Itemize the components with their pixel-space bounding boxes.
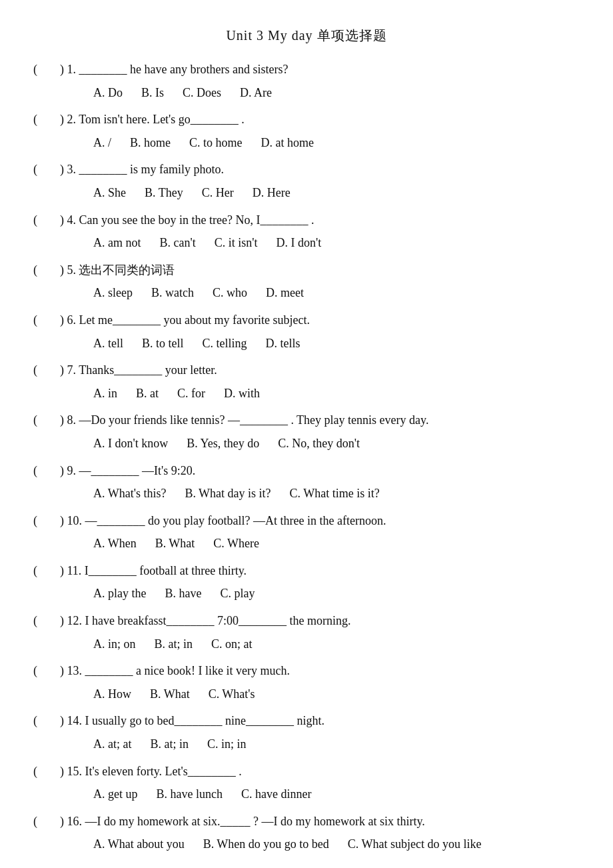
options-row-16: A. What about youB. When do you go to be… bbox=[33, 834, 580, 855]
option-3-C: C. Her bbox=[202, 183, 234, 203]
question-block-15: () 15. It's eleven forty. Let's________ … bbox=[33, 761, 580, 805]
option-6-A: A. tell bbox=[93, 333, 123, 354]
question-row-4: () 4. Can you see the boy in the tree? N… bbox=[33, 210, 580, 231]
options-row-1: A. DoB. IsC. DoesD. Are bbox=[33, 83, 580, 103]
options-row-4: A. am notB. can'tC. it isn'tD. I don't bbox=[33, 233, 580, 253]
option-5-A: A. sleep bbox=[93, 283, 133, 303]
question-text-9: ) 9. —________ —It's 9:20. bbox=[60, 461, 580, 481]
question-block-10: () 10. —________ do you play football? —… bbox=[33, 511, 580, 554]
paren-left-7: ( bbox=[33, 363, 60, 377]
question-block-2: () 2. Tom isn't here. Let's go________ .… bbox=[33, 109, 580, 153]
question-row-2: () 2. Tom isn't here. Let's go________ . bbox=[33, 109, 580, 130]
question-block-8: () 8. —Do your friends like tennis? —___… bbox=[33, 410, 580, 453]
paren-left-8: ( bbox=[33, 413, 60, 427]
question-text-5: ) 5. 选出不同类的词语 bbox=[60, 260, 580, 281]
question-row-8: () 8. —Do your friends like tennis? —___… bbox=[33, 410, 580, 431]
option-11-B: B. have bbox=[165, 583, 201, 604]
options-row-2: A. /B. homeC. to homeD. at home bbox=[33, 133, 580, 153]
option-16-A: A. What about you bbox=[93, 834, 185, 855]
question-block-9: () 9. —________ —It's 9:20.A. What's thi… bbox=[33, 461, 580, 504]
option-9-A: A. What's this? bbox=[93, 483, 166, 504]
option-3-B: B. They bbox=[145, 183, 183, 203]
options-row-13: A. HowB. WhatC. What's bbox=[33, 684, 580, 705]
option-13-C: C. What's bbox=[209, 684, 255, 705]
question-block-3: () 3. ________ is my family photo.A. She… bbox=[33, 159, 580, 203]
option-9-B: B. What day is it? bbox=[185, 483, 271, 504]
question-block-11: () 11. I________ football at three thirt… bbox=[33, 561, 580, 604]
option-15-C: C. have dinner bbox=[241, 784, 311, 805]
question-row-9: () 9. —________ —It's 9:20. bbox=[33, 461, 580, 481]
option-4-C: C. it isn't bbox=[215, 233, 258, 253]
option-15-B: B. have lunch bbox=[157, 784, 223, 805]
option-12-A: A. in; on bbox=[93, 634, 136, 655]
options-row-11: A. play theB. haveC. play bbox=[33, 583, 580, 604]
paren-left-6: ( bbox=[33, 313, 60, 327]
question-text-4: ) 4. Can you see the boy in the tree? No… bbox=[60, 210, 580, 231]
question-block-1: () 1. ________ he have any brothers and … bbox=[33, 59, 580, 103]
paren-left-1: ( bbox=[33, 63, 60, 77]
option-15-A: A. get up bbox=[93, 784, 138, 805]
option-12-C: C. on; at bbox=[211, 634, 253, 655]
question-row-5: () 5. 选出不同类的词语 bbox=[33, 260, 580, 281]
question-text-2: ) 2. Tom isn't here. Let's go________ . bbox=[60, 109, 580, 130]
option-7-B: B. at bbox=[136, 383, 159, 404]
option-10-A: A. When bbox=[93, 533, 137, 554]
question-row-16: () 16. —I do my homework at six._____ ? … bbox=[33, 811, 580, 832]
question-row-10: () 10. —________ do you play football? —… bbox=[33, 511, 580, 531]
question-text-7: ) 7. Thanks________ your letter. bbox=[60, 360, 580, 381]
option-7-A: A. in bbox=[93, 383, 117, 404]
question-text-10: ) 10. —________ do you play football? —A… bbox=[60, 511, 580, 531]
question-text-6: ) 6. Let me________ you about my favorit… bbox=[60, 310, 580, 331]
question-text-3: ) 3. ________ is my family photo. bbox=[60, 159, 580, 180]
paren-left-5: ( bbox=[33, 263, 60, 277]
paren-left-11: ( bbox=[33, 564, 60, 578]
option-2-B: B. home bbox=[130, 133, 171, 153]
options-row-6: A. tellB. to tellC. tellingD. tells bbox=[33, 333, 580, 354]
question-block-5: () 5. 选出不同类的词语A. sleepB. watchC. whoD. m… bbox=[33, 260, 580, 303]
option-16-B: B. When do you go to bed bbox=[203, 834, 329, 855]
option-5-D: D. meet bbox=[266, 283, 304, 303]
option-11-C: C. play bbox=[220, 583, 255, 604]
option-1-B: B. Is bbox=[141, 83, 164, 103]
paren-left-13: ( bbox=[33, 664, 60, 678]
paren-left-15: ( bbox=[33, 765, 60, 779]
option-8-A: A. I don't know bbox=[93, 433, 168, 454]
paren-left-4: ( bbox=[33, 213, 60, 227]
options-row-7: A. inB. atC. forD. with bbox=[33, 383, 580, 404]
question-row-12: () 12. I have breakfasst________ 7:00___… bbox=[33, 611, 580, 631]
question-block-13: () 13. ________ a nice book! I like it v… bbox=[33, 661, 580, 704]
question-row-3: () 3. ________ is my family photo. bbox=[33, 159, 580, 180]
option-6-D: D. tells bbox=[266, 333, 301, 354]
option-2-C: C. to home bbox=[189, 133, 243, 153]
option-14-A: A. at; at bbox=[93, 734, 131, 755]
paren-left-2: ( bbox=[33, 113, 60, 127]
option-6-B: B. to tell bbox=[142, 333, 184, 354]
option-2-A: A. / bbox=[93, 133, 111, 153]
question-text-15: ) 15. It's eleven forty. Let's________ . bbox=[60, 761, 580, 782]
option-8-B: B. Yes, they do bbox=[187, 433, 259, 454]
question-text-8: ) 8. —Do your friends like tennis? —____… bbox=[60, 410, 580, 431]
question-block-6: () 6. Let me________ you about my favori… bbox=[33, 310, 580, 353]
option-1-C: C. Does bbox=[183, 83, 221, 103]
option-10-C: C. Where bbox=[213, 533, 259, 554]
question-row-7: () 7. Thanks________ your letter. bbox=[33, 360, 580, 381]
option-4-A: A. am not bbox=[93, 233, 141, 253]
option-16-C: C. What subject do you like bbox=[348, 834, 482, 855]
option-14-B: B. at; in bbox=[150, 734, 189, 755]
question-text-12: ) 12. I have breakfasst________ 7:00____… bbox=[60, 611, 580, 631]
option-14-C: C. in; in bbox=[207, 734, 247, 755]
option-1-D: D. Are bbox=[240, 83, 272, 103]
option-5-B: B. watch bbox=[151, 283, 194, 303]
options-row-15: A. get upB. have lunchC. have dinner bbox=[33, 784, 580, 805]
option-7-C: C. for bbox=[177, 383, 205, 404]
options-row-5: A. sleepB. watchC. whoD. meet bbox=[33, 283, 580, 303]
options-row-9: A. What's this?B. What day is it?C. What… bbox=[33, 483, 580, 504]
question-block-14: () 14. I usually go to bed________ nine_… bbox=[33, 711, 580, 754]
option-2-D: D. at home bbox=[261, 133, 314, 153]
option-3-D: D. Here bbox=[253, 183, 291, 203]
option-1-A: A. Do bbox=[93, 83, 123, 103]
question-row-14: () 14. I usually go to bed________ nine_… bbox=[33, 711, 580, 731]
paren-left-9: ( bbox=[33, 464, 60, 478]
options-row-12: A. in; onB. at; inC. on; at bbox=[33, 634, 580, 655]
question-text-16: ) 16. —I do my homework at six._____ ? —… bbox=[60, 811, 580, 832]
